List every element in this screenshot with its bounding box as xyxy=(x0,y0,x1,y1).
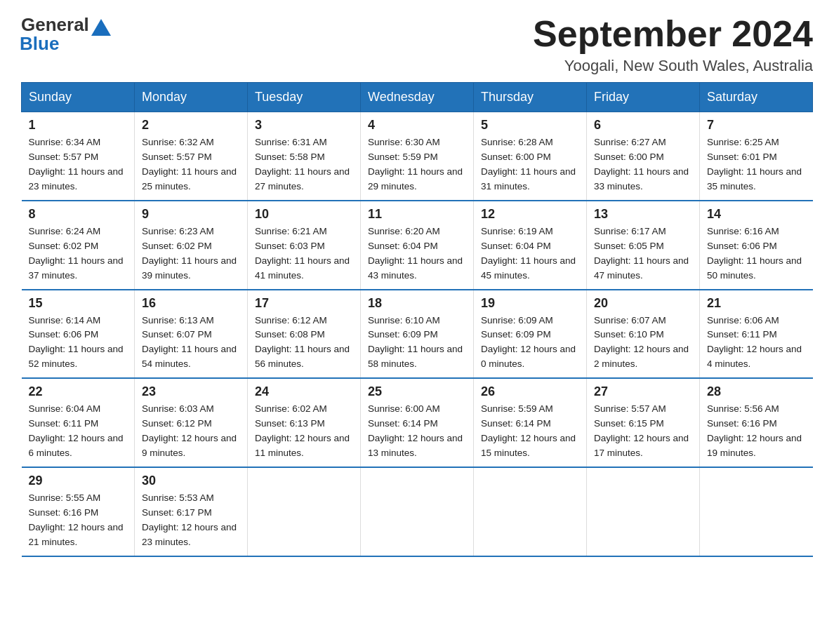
month-title: September 2024 xyxy=(533,14,813,54)
calendar-cell: 22 Sunrise: 6:04 AMSunset: 6:11 PMDaylig… xyxy=(22,378,135,467)
day-number: 27 xyxy=(594,384,692,399)
day-number: 11 xyxy=(368,207,466,222)
day-number: 20 xyxy=(594,296,692,311)
day-number: 4 xyxy=(368,118,466,133)
calendar-week-row: 15 Sunrise: 6:14 AMSunset: 6:06 PMDaylig… xyxy=(22,290,813,379)
day-number: 10 xyxy=(255,207,353,222)
logo-blue-text: Blue xyxy=(20,33,59,55)
weekday-header-row: SundayMondayTuesdayWednesdayThursdayFrid… xyxy=(22,83,813,112)
weekday-header-saturday: Saturday xyxy=(700,83,813,112)
weekday-header-friday: Friday xyxy=(587,83,700,112)
day-info: Sunrise: 6:16 AMSunset: 6:06 PMDaylight:… xyxy=(707,224,806,283)
day-info: Sunrise: 6:21 AMSunset: 6:03 PMDaylight:… xyxy=(255,224,353,283)
day-number: 25 xyxy=(368,384,466,399)
day-info: Sunrise: 6:28 AMSunset: 6:00 PMDaylight:… xyxy=(481,135,579,194)
day-info: Sunrise: 5:59 AMSunset: 6:14 PMDaylight:… xyxy=(481,402,579,461)
calendar-cell: 18 Sunrise: 6:10 AMSunset: 6:09 PMDaylig… xyxy=(361,290,474,379)
logo: General Blue xyxy=(21,14,111,55)
day-info: Sunrise: 5:53 AMSunset: 6:17 PMDaylight:… xyxy=(142,491,240,550)
calendar-week-row: 8 Sunrise: 6:24 AMSunset: 6:02 PMDayligh… xyxy=(22,201,813,290)
day-number: 8 xyxy=(29,207,128,222)
day-info: Sunrise: 6:09 AMSunset: 6:09 PMDaylight:… xyxy=(481,314,579,373)
calendar-cell: 30 Sunrise: 5:53 AMSunset: 6:17 PMDaylig… xyxy=(135,467,248,556)
calendar-cell: 14 Sunrise: 6:16 AMSunset: 6:06 PMDaylig… xyxy=(700,201,813,290)
logo-triangle-icon xyxy=(91,19,111,36)
day-info: Sunrise: 6:27 AMSunset: 6:00 PMDaylight:… xyxy=(594,135,692,194)
calendar-cell: 27 Sunrise: 5:57 AMSunset: 6:15 PMDaylig… xyxy=(587,378,700,467)
day-info: Sunrise: 6:17 AMSunset: 6:05 PMDaylight:… xyxy=(594,224,692,283)
calendar-cell: 3 Sunrise: 6:31 AMSunset: 5:58 PMDayligh… xyxy=(248,112,361,201)
weekday-header-wednesday: Wednesday xyxy=(361,83,474,112)
day-number: 21 xyxy=(707,296,806,311)
day-info: Sunrise: 6:32 AMSunset: 5:57 PMDaylight:… xyxy=(142,135,240,194)
day-number: 1 xyxy=(29,118,128,133)
day-info: Sunrise: 6:24 AMSunset: 6:02 PMDaylight:… xyxy=(29,224,128,283)
calendar-cell: 1 Sunrise: 6:34 AMSunset: 5:57 PMDayligh… xyxy=(22,112,135,201)
calendar-cell: 15 Sunrise: 6:14 AMSunset: 6:06 PMDaylig… xyxy=(22,290,135,379)
calendar-table: SundayMondayTuesdayWednesdayThursdayFrid… xyxy=(21,82,813,556)
calendar-cell xyxy=(361,467,474,556)
day-info: Sunrise: 6:14 AMSunset: 6:06 PMDaylight:… xyxy=(29,314,128,373)
weekday-header-thursday: Thursday xyxy=(474,83,587,112)
day-number: 15 xyxy=(29,296,128,311)
day-number: 16 xyxy=(142,296,240,311)
day-number: 26 xyxy=(481,384,579,399)
day-number: 3 xyxy=(255,118,353,133)
day-info: Sunrise: 6:03 AMSunset: 6:12 PMDaylight:… xyxy=(142,402,240,461)
day-number: 9 xyxy=(142,207,240,222)
page-header: General Blue September 2024 Yoogali, New… xyxy=(21,14,813,75)
calendar-cell: 17 Sunrise: 6:12 AMSunset: 6:08 PMDaylig… xyxy=(248,290,361,379)
calendar-cell: 21 Sunrise: 6:06 AMSunset: 6:11 PMDaylig… xyxy=(700,290,813,379)
calendar-cell: 20 Sunrise: 6:07 AMSunset: 6:10 PMDaylig… xyxy=(587,290,700,379)
day-info: Sunrise: 6:31 AMSunset: 5:58 PMDaylight:… xyxy=(255,135,353,194)
calendar-cell: 7 Sunrise: 6:25 AMSunset: 6:01 PMDayligh… xyxy=(700,112,813,201)
calendar-cell: 23 Sunrise: 6:03 AMSunset: 6:12 PMDaylig… xyxy=(135,378,248,467)
day-info: Sunrise: 6:06 AMSunset: 6:11 PMDaylight:… xyxy=(707,314,806,373)
day-info: Sunrise: 6:19 AMSunset: 6:04 PMDaylight:… xyxy=(481,224,579,283)
calendar-week-row: 1 Sunrise: 6:34 AMSunset: 5:57 PMDayligh… xyxy=(22,112,813,201)
day-info: Sunrise: 5:57 AMSunset: 6:15 PMDaylight:… xyxy=(594,402,692,461)
day-number: 22 xyxy=(29,384,128,399)
day-number: 28 xyxy=(707,384,806,399)
day-number: 23 xyxy=(142,384,240,399)
weekday-header-tuesday: Tuesday xyxy=(248,83,361,112)
calendar-cell xyxy=(587,467,700,556)
day-info: Sunrise: 6:23 AMSunset: 6:02 PMDaylight:… xyxy=(142,224,240,283)
title-block: September 2024 Yoogali, New South Wales,… xyxy=(533,14,813,75)
day-number: 7 xyxy=(707,118,806,133)
calendar-cell: 29 Sunrise: 5:55 AMSunset: 6:16 PMDaylig… xyxy=(22,467,135,556)
calendar-cell: 25 Sunrise: 6:00 AMSunset: 6:14 PMDaylig… xyxy=(361,378,474,467)
calendar-cell xyxy=(248,467,361,556)
weekday-header-sunday: Sunday xyxy=(22,83,135,112)
svg-marker-0 xyxy=(91,19,111,36)
calendar-week-row: 22 Sunrise: 6:04 AMSunset: 6:11 PMDaylig… xyxy=(22,378,813,467)
day-number: 14 xyxy=(707,207,806,222)
day-number: 19 xyxy=(481,296,579,311)
day-info: Sunrise: 5:56 AMSunset: 6:16 PMDaylight:… xyxy=(707,402,806,461)
day-info: Sunrise: 6:12 AMSunset: 6:08 PMDaylight:… xyxy=(255,314,353,373)
calendar-cell: 4 Sunrise: 6:30 AMSunset: 5:59 PMDayligh… xyxy=(361,112,474,201)
day-info: Sunrise: 6:00 AMSunset: 6:14 PMDaylight:… xyxy=(368,402,466,461)
calendar-cell xyxy=(474,467,587,556)
day-number: 30 xyxy=(142,474,240,488)
calendar-cell: 26 Sunrise: 5:59 AMSunset: 6:14 PMDaylig… xyxy=(474,378,587,467)
day-number: 13 xyxy=(594,207,692,222)
day-number: 24 xyxy=(255,384,353,399)
day-number: 2 xyxy=(142,118,240,133)
calendar-cell: 6 Sunrise: 6:27 AMSunset: 6:00 PMDayligh… xyxy=(587,112,700,201)
day-info: Sunrise: 6:25 AMSunset: 6:01 PMDaylight:… xyxy=(707,135,806,194)
calendar-cell: 8 Sunrise: 6:24 AMSunset: 6:02 PMDayligh… xyxy=(22,201,135,290)
day-number: 5 xyxy=(481,118,579,133)
day-info: Sunrise: 6:04 AMSunset: 6:11 PMDaylight:… xyxy=(29,402,128,461)
calendar-cell: 12 Sunrise: 6:19 AMSunset: 6:04 PMDaylig… xyxy=(474,201,587,290)
calendar-cell: 10 Sunrise: 6:21 AMSunset: 6:03 PMDaylig… xyxy=(248,201,361,290)
day-info: Sunrise: 6:13 AMSunset: 6:07 PMDaylight:… xyxy=(142,314,240,373)
location-subtitle: Yoogali, New South Wales, Australia xyxy=(533,57,813,75)
calendar-cell: 16 Sunrise: 6:13 AMSunset: 6:07 PMDaylig… xyxy=(135,290,248,379)
calendar-cell xyxy=(700,467,813,556)
calendar-week-row: 29 Sunrise: 5:55 AMSunset: 6:16 PMDaylig… xyxy=(22,467,813,556)
day-info: Sunrise: 6:30 AMSunset: 5:59 PMDaylight:… xyxy=(368,135,466,194)
day-info: Sunrise: 5:55 AMSunset: 6:16 PMDaylight:… xyxy=(29,491,128,550)
day-number: 29 xyxy=(29,474,128,488)
day-number: 18 xyxy=(368,296,466,311)
